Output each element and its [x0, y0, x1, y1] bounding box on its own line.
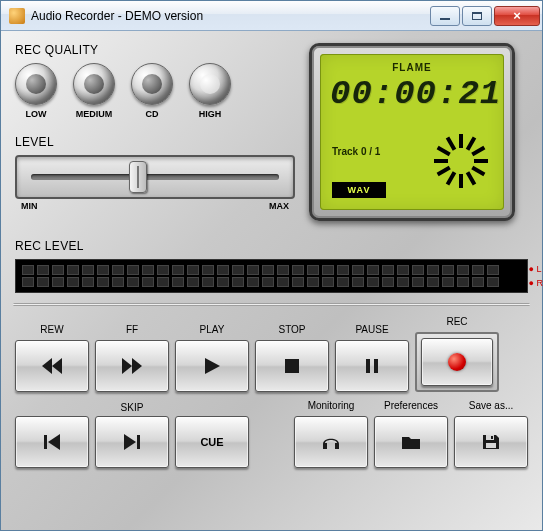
folder-icon — [399, 432, 423, 452]
svg-rect-8 — [471, 166, 485, 176]
rec-level-meter: L R — [15, 259, 528, 293]
svg-rect-23 — [137, 435, 140, 449]
window-title: Audio Recorder - DEMO version — [31, 9, 430, 23]
svg-rect-19 — [374, 359, 378, 373]
app-icon — [9, 8, 25, 24]
level-label: LEVEL — [15, 135, 295, 149]
svg-rect-18 — [366, 359, 370, 373]
meter-left-channel — [22, 265, 521, 275]
rec-level-label: REC LEVEL — [15, 239, 528, 253]
stop-button[interactable] — [255, 340, 329, 392]
cue-button[interactable]: CUE — [175, 416, 249, 468]
bottom-controls: SKIP CUE Monitoring Preferences Sav — [15, 400, 528, 468]
stop-label: STOP — [278, 324, 305, 338]
svg-rect-0 — [459, 134, 463, 148]
pause-button[interactable] — [335, 340, 409, 392]
meter-channel-labels: L R — [529, 262, 543, 290]
monitoring-button[interactable] — [294, 416, 368, 468]
quality-high-knob[interactable] — [189, 63, 231, 105]
close-button[interactable]: × — [494, 6, 540, 26]
svg-rect-5 — [446, 171, 456, 185]
rew-label: REW — [40, 324, 63, 338]
lcd-display: FLAME 00:00:21 Track 0 / 1 WAV — [320, 54, 504, 210]
rec-quality-label: REC QUALITY — [15, 43, 295, 57]
saveas-label: Save as... — [469, 400, 513, 414]
svg-rect-6 — [471, 146, 485, 156]
quality-selector: LOW MEDIUM CD HIGH — [15, 63, 295, 119]
play-button[interactable] — [175, 340, 249, 392]
rec-label: REC — [446, 316, 467, 330]
level-min-label: MIN — [21, 201, 38, 211]
monitoring-label: Monitoring — [308, 400, 355, 414]
skip-label: SKIP — [15, 402, 249, 416]
transport-controls: REW FF PLAY STOP PAUSE REC — [15, 316, 528, 392]
level-max-label: MAX — [269, 201, 289, 211]
svg-rect-10 — [466, 171, 476, 185]
activity-icon — [434, 134, 488, 188]
preferences-button[interactable] — [374, 416, 448, 468]
minimize-button[interactable] — [430, 6, 460, 26]
play-label: PLAY — [200, 324, 225, 338]
quality-cd-label: CD — [146, 109, 159, 119]
svg-rect-26 — [491, 436, 493, 439]
level-slider-thumb[interactable] — [129, 161, 147, 193]
svg-rect-1 — [459, 174, 463, 188]
lcd-title: FLAME — [330, 62, 494, 73]
svg-marker-15 — [132, 358, 142, 374]
main-panel: REC QUALITY LOW MEDIUM CD HIGH LEVEL MIN — [1, 31, 542, 530]
svg-rect-4 — [466, 137, 476, 151]
record-button-frame — [415, 332, 499, 392]
lcd-time: 00:00:21 — [330, 75, 494, 113]
divider — [13, 303, 530, 306]
svg-rect-17 — [285, 359, 299, 373]
save-as-button[interactable] — [454, 416, 528, 468]
svg-rect-3 — [474, 159, 488, 163]
quality-medium-label: MEDIUM — [76, 109, 113, 119]
record-button[interactable] — [421, 338, 493, 386]
skip-next-button[interactable] — [95, 416, 169, 468]
rewind-button[interactable] — [15, 340, 89, 392]
maximize-button[interactable] — [462, 6, 492, 26]
lcd-display-frame: FLAME 00:00:21 Track 0 / 1 WAV — [309, 43, 515, 221]
level-slider[interactable] — [15, 155, 295, 199]
quality-medium-knob[interactable] — [73, 63, 115, 105]
headphones-icon — [319, 432, 343, 452]
svg-rect-9 — [437, 146, 451, 156]
pause-label: PAUSE — [355, 324, 388, 338]
skip-prev-button[interactable] — [15, 416, 89, 468]
svg-rect-7 — [437, 166, 451, 176]
ff-label: FF — [126, 324, 138, 338]
svg-rect-20 — [44, 435, 47, 449]
svg-rect-2 — [434, 159, 448, 163]
quality-low-knob[interactable] — [15, 63, 57, 105]
quality-cd-knob[interactable] — [131, 63, 173, 105]
svg-marker-12 — [52, 358, 62, 374]
svg-marker-16 — [205, 358, 220, 374]
svg-marker-22 — [124, 434, 136, 450]
svg-rect-11 — [446, 137, 456, 151]
preferences-label: Preferences — [384, 400, 438, 414]
quality-low-label: LOW — [26, 109, 47, 119]
titlebar[interactable]: Audio Recorder - DEMO version × — [1, 1, 542, 31]
svg-marker-21 — [48, 434, 60, 450]
app-window: Audio Recorder - DEMO version × REC QUAL… — [0, 0, 543, 531]
record-icon — [448, 353, 466, 371]
svg-rect-25 — [486, 443, 496, 448]
meter-right-channel — [22, 277, 521, 287]
quality-high-label: HIGH — [199, 109, 222, 119]
floppy-icon — [479, 432, 503, 452]
svg-marker-13 — [42, 358, 52, 374]
fast-forward-button[interactable] — [95, 340, 169, 392]
lcd-track: Track 0 / 1 — [332, 146, 380, 157]
lcd-format-badge: WAV — [332, 182, 386, 198]
svg-marker-14 — [122, 358, 132, 374]
